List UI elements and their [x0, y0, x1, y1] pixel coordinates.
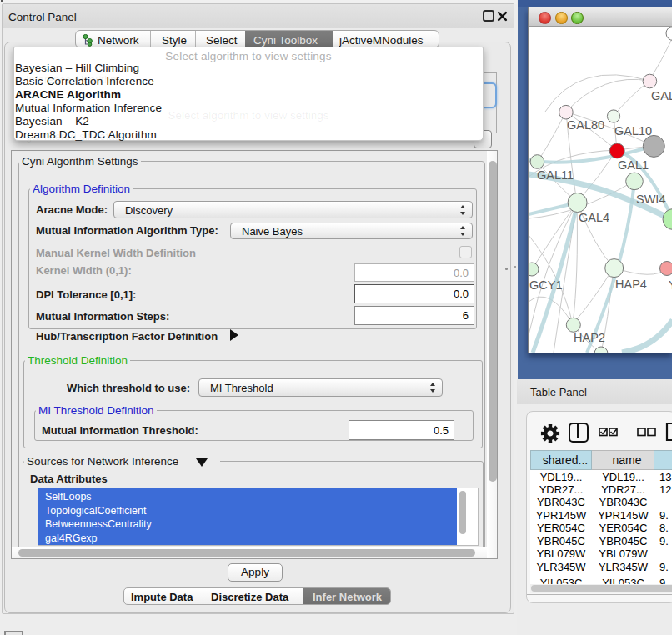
- svg-text:HAP2: HAP2: [574, 331, 605, 344]
- svg-text:GAL11: GAL11: [537, 168, 574, 182]
- svg-text:SWI4: SWI4: [636, 192, 665, 206]
- svg-text:GAL8: GAL8: [651, 89, 672, 102]
- svg-text:HAP4: HAP4: [615, 278, 647, 291]
- svg-text:Y: Y: [669, 278, 672, 292]
- svg-text:GCY1: GCY1: [529, 278, 563, 292]
- svg-text:GAL4: GAL4: [579, 211, 609, 224]
- svg-text:GAL80: GAL80: [567, 118, 604, 132]
- svg-text:GAL10: GAL10: [614, 124, 652, 138]
- svg-text:GAL1: GAL1: [618, 158, 649, 172]
